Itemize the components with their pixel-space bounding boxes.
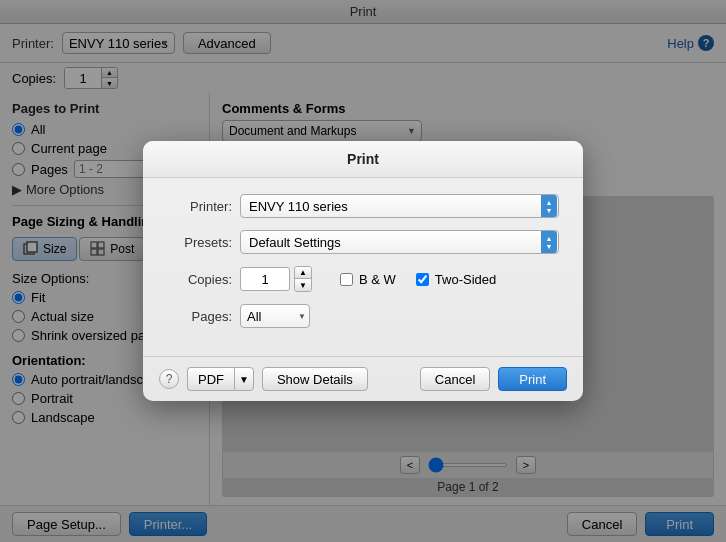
modal-cancel-button[interactable]: Cancel [420, 367, 490, 391]
modal-presets-label: Presets: [167, 235, 232, 250]
pdf-button[interactable]: PDF [187, 367, 234, 391]
pdf-btn-group: PDF ▼ [187, 367, 254, 391]
two-sided-checkbox[interactable] [416, 273, 429, 286]
modal-copies-controls: 1 ▲ ▼ [240, 266, 312, 292]
modal-pages-label: Pages: [167, 309, 232, 324]
bw-label: B & W [359, 272, 396, 287]
modal-presets-select[interactable]: Default Settings [240, 230, 559, 254]
modal-copies-input[interactable]: 1 [240, 267, 290, 291]
show-details-button[interactable]: Show Details [262, 367, 368, 391]
modal-pages-select[interactable]: All [240, 304, 310, 328]
modal-printer-select-wrapper[interactable]: ENVY 110 series ▲ ▼ [240, 194, 559, 218]
bw-checkbox-area: B & W [340, 272, 396, 287]
modal-pages-row: Pages: All [167, 304, 559, 328]
modal-copies-increment[interactable]: ▲ [295, 267, 311, 279]
modal-presets-select-wrapper[interactable]: Default Settings ▲ ▼ [240, 230, 559, 254]
modal-title-bar: Print [143, 141, 583, 178]
modal-copies-label: Copies: [167, 272, 232, 287]
modal-copies-stepper: ▲ ▼ [294, 266, 312, 292]
two-sided-label: Two-Sided [435, 272, 496, 287]
modal-printer-row: Printer: ENVY 110 series ▲ ▼ [167, 194, 559, 218]
bw-checkbox[interactable] [340, 273, 353, 286]
modal-print-button[interactable]: Print [498, 367, 567, 391]
pdf-dropdown-button[interactable]: ▼ [234, 367, 254, 391]
modal-presets-row: Presets: Default Settings ▲ ▼ [167, 230, 559, 254]
modal-copies-row: Copies: 1 ▲ ▼ B & W Two-Sided [167, 266, 559, 292]
modal-printer-label: Printer: [167, 199, 232, 214]
modal-footer: ? PDF ▼ Show Details Cancel Print [143, 356, 583, 401]
print-modal: Print Printer: ENVY 110 series ▲ ▼ Prese… [143, 141, 583, 401]
modal-overlay: Print Printer: ENVY 110 series ▲ ▼ Prese… [0, 0, 726, 542]
modal-help-button[interactable]: ? [159, 369, 179, 389]
two-sided-checkbox-area: Two-Sided [416, 272, 496, 287]
modal-printer-select[interactable]: ENVY 110 series [240, 194, 559, 218]
modal-body: Printer: ENVY 110 series ▲ ▼ Presets: De [143, 178, 583, 356]
modal-pages-select-wrapper[interactable]: All [240, 304, 310, 328]
modal-copies-decrement[interactable]: ▼ [295, 279, 311, 291]
